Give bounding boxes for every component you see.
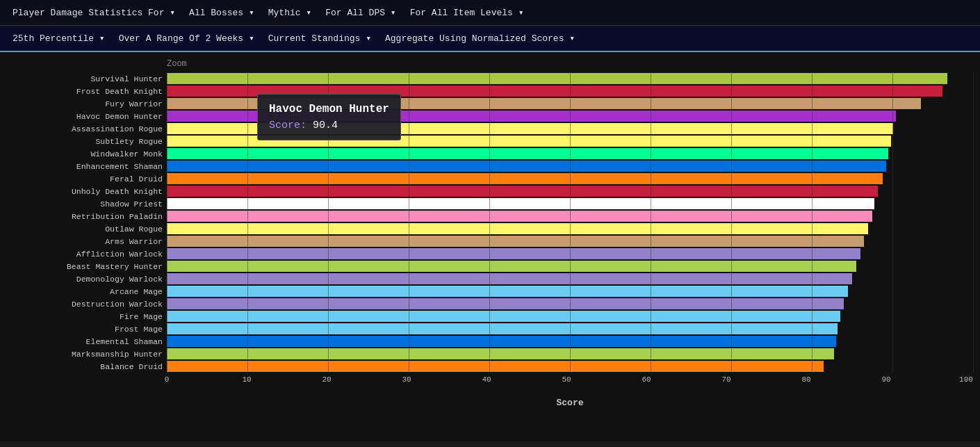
top-nav: Player Damage Statistics For ▾ All Bosse… xyxy=(0,0,980,26)
nav-all-bosses[interactable]: All Bosses ▾ xyxy=(185,4,259,21)
nav-range-2-weeks[interactable]: Over A Range Of 2 Weeks ▾ xyxy=(115,30,259,47)
nav-player-damage[interactable]: Player Damage Statistics For ▾ xyxy=(8,4,179,21)
nav-current-standings[interactable]: Current Standings ▾ xyxy=(264,30,375,47)
nav-aggregate-normalized[interactable]: Aggregate Using Normalized Scores ▾ xyxy=(381,30,579,47)
nav-label-1: All Bosses xyxy=(189,8,243,18)
second-nav-label-0: 25th Percentile xyxy=(13,33,94,44)
tooltip-score: Score: 90.4 xyxy=(269,120,389,131)
second-nav-label-2: Current Standings xyxy=(268,33,361,44)
x-tick-0: 0 xyxy=(165,375,170,384)
y-label-12: Outlaw Rogue xyxy=(7,222,163,235)
bar-0[interactable] xyxy=(167,73,947,84)
grid-line-70 xyxy=(731,72,732,373)
bar-17[interactable] xyxy=(167,286,848,297)
nav-label-4: For All Item Levels xyxy=(410,8,513,18)
y-label-1: Frost Death Knight xyxy=(7,85,163,97)
bar-14[interactable] xyxy=(167,248,860,259)
y-label-13: Arms Warrior xyxy=(7,235,163,247)
bar-6[interactable] xyxy=(167,148,888,159)
nav-label-0: Player Damage Statistics For xyxy=(13,8,164,18)
y-labels: Survival HunterFrost Death KnightFury Wa… xyxy=(7,72,167,373)
tooltip-score-value: 90.4 xyxy=(313,120,338,131)
grid-line-30 xyxy=(409,72,409,373)
y-label-23: Balance Druid xyxy=(7,360,163,373)
y-label-11: Retribution Paladin xyxy=(7,210,163,222)
grid-line-100 xyxy=(973,72,974,373)
y-label-5: Subtlety Rogue xyxy=(7,135,163,147)
x-axis: 0102030405060708090100 xyxy=(167,373,966,387)
grid-line-90 xyxy=(892,72,893,373)
y-label-4: Assassination Rogue xyxy=(7,122,163,135)
bar-11[interactable] xyxy=(167,211,872,222)
x-tick-100: 100 xyxy=(959,375,973,384)
second-nav-label-1: Over A Range Of 2 Weeks xyxy=(119,33,243,44)
bar-9[interactable] xyxy=(167,186,878,197)
y-label-3: Havoc Demon Hunter xyxy=(7,110,163,122)
x-tick-20: 20 xyxy=(322,375,331,384)
y-label-14: Affliction Warlock xyxy=(7,247,163,260)
tooltip: Havoc Demon Hunter Score: 90.4 xyxy=(257,94,401,140)
y-label-7: Enhancement Shaman xyxy=(7,160,163,172)
x-tick-70: 70 xyxy=(721,375,730,384)
chart-area: Survival HunterFrost Death KnightFury Wa… xyxy=(7,72,973,373)
y-label-19: Fire Mage xyxy=(7,310,163,323)
x-tick-30: 30 xyxy=(402,375,411,384)
grid-line-0 xyxy=(167,72,168,373)
second-nav-label-3: Aggregate Using Normalized Scores xyxy=(385,33,564,44)
y-label-15: Beast Mastery Hunter xyxy=(7,260,163,273)
grid-line-50 xyxy=(570,72,571,373)
y-label-10: Shadow Priest xyxy=(7,197,163,210)
nav-label-3: For All DPS xyxy=(325,8,385,18)
y-label-0: Survival Hunter xyxy=(7,72,163,85)
y-label-22: Marksmanship Hunter xyxy=(7,348,163,360)
second-nav: 25th Percentile ▾ Over A Range Of 2 Week… xyxy=(0,26,980,52)
x-tick-80: 80 xyxy=(801,375,810,384)
nav-mythic[interactable]: Mythic ▾ xyxy=(264,4,316,21)
grid-line-60 xyxy=(651,72,651,373)
bar-15[interactable] xyxy=(167,261,856,272)
tooltip-title: Havoc Demon Hunter xyxy=(269,103,389,115)
grid-line-10 xyxy=(247,72,248,373)
nav-for-all-item-levels[interactable]: For All Item Levels ▾ xyxy=(406,4,528,21)
x-tick-40: 40 xyxy=(482,375,491,384)
x-tick-10: 10 xyxy=(242,375,251,384)
bar-8[interactable] xyxy=(167,173,883,184)
bar-19[interactable] xyxy=(167,311,840,322)
y-label-20: Frost Mage xyxy=(7,323,163,335)
nav-for-all-dps[interactable]: For All DPS ▾ xyxy=(321,4,400,21)
y-label-2: Fury Warrior xyxy=(7,97,163,110)
y-label-21: Elemental Shaman xyxy=(7,335,163,348)
y-label-6: Windwalker Monk xyxy=(7,147,163,160)
x-tick-90: 90 xyxy=(881,375,890,384)
bar-16[interactable] xyxy=(167,273,852,284)
x-axis-label: Score xyxy=(167,398,973,408)
chart-container: Zoom Survival HunterFrost Death KnightFu… xyxy=(0,52,980,441)
y-label-18: Destruction Warlock xyxy=(7,298,163,310)
bar-20[interactable] xyxy=(167,323,838,334)
x-tick-60: 60 xyxy=(642,375,651,384)
y-label-8: Feral Druid xyxy=(7,172,163,185)
nav-label-2: Mythic xyxy=(268,8,301,18)
bar-12[interactable] xyxy=(167,223,868,234)
x-tick-50: 50 xyxy=(562,375,571,384)
y-label-9: Unholy Death Knight xyxy=(7,185,163,197)
grid-line-80 xyxy=(812,72,812,373)
grid-line-40 xyxy=(489,72,490,373)
bar-23[interactable] xyxy=(167,361,824,372)
bar-22[interactable] xyxy=(167,348,834,359)
bar-21[interactable] xyxy=(167,336,836,347)
y-label-16: Demonology Warlock xyxy=(7,273,163,285)
bar-18[interactable] xyxy=(167,298,844,309)
bar-7[interactable] xyxy=(167,161,886,172)
y-label-17: Arcane Mage xyxy=(7,285,163,298)
nav-25th-percentile[interactable]: 25th Percentile ▾ xyxy=(8,30,109,47)
bar-10[interactable] xyxy=(167,198,874,209)
tooltip-score-label: Score: xyxy=(269,120,307,131)
bar-13[interactable] xyxy=(167,236,864,247)
zoom-label: Zoom xyxy=(167,59,973,69)
